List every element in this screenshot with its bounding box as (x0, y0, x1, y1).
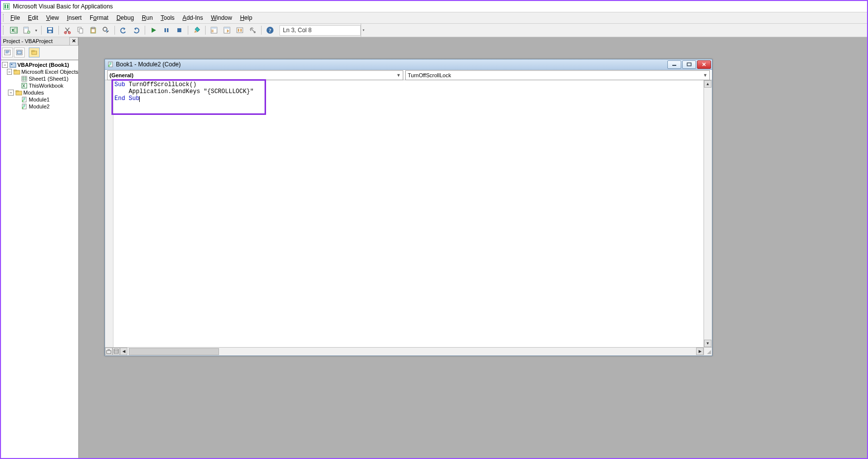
tree-thisworkbook[interactable]: ThisWorkbook (1, 82, 78, 89)
menu-run[interactable]: Run (138, 13, 157, 22)
svg-rect-25 (212, 30, 214, 31)
resize-grip[interactable] (704, 348, 712, 355)
expander-icon[interactable]: − (7, 69, 12, 75)
svg-rect-24 (211, 27, 217, 29)
code-window-footer: ◀ ▶ (105, 347, 712, 356)
svg-rect-6 (24, 27, 28, 29)
tree-modules[interactable]: − Modules (1, 89, 78, 96)
menubar: File Edit View Insert Format Debug Run T… (1, 12, 867, 24)
menu-file[interactable]: File (6, 13, 24, 22)
procedure-view-button[interactable] (105, 348, 112, 355)
code-window-title: Book1 - Module2 (Code) (116, 61, 181, 68)
project-icon (9, 62, 16, 68)
run-button[interactable] (148, 24, 160, 36)
svg-rect-40 (10, 63, 16, 67)
svg-rect-1 (4, 4, 6, 8)
chevron-down-icon: ▼ (703, 73, 707, 78)
paste-button[interactable] (87, 24, 99, 36)
procedure-dropdown-value: TurnOffScrollLock (408, 72, 451, 78)
scroll-up-icon[interactable]: ▲ (704, 80, 711, 88)
menu-format[interactable]: Format (86, 13, 112, 22)
scrollbar-thumb[interactable] (129, 348, 219, 355)
expander-icon[interactable]: − (8, 90, 14, 96)
copy-button[interactable] (74, 24, 86, 36)
tree-root-label: VBAProject (Book1) (17, 62, 69, 68)
menu-insert[interactable]: Insert (63, 13, 86, 22)
module-icon (21, 97, 28, 102)
tree-excel-objects[interactable]: − Microsoft Excel Objects (1, 68, 78, 75)
svg-rect-39 (32, 51, 34, 51)
full-module-view-button[interactable] (112, 348, 120, 355)
code-editor[interactable]: Sub TurnOffScrollLock() Application.Send… (113, 80, 704, 347)
svg-rect-41 (11, 64, 12, 65)
menu-edit[interactable]: Edit (24, 13, 42, 22)
horizontal-scrollbar[interactable]: ◀ ▶ (120, 348, 704, 356)
menu-help[interactable]: Help (236, 13, 256, 22)
svg-rect-45 (22, 83, 27, 88)
view-object-button[interactable] (14, 48, 25, 57)
scroll-down-icon[interactable]: ▼ (704, 340, 711, 347)
svg-rect-9 (48, 28, 52, 30)
save-button[interactable] (44, 24, 56, 36)
app-title: Microsoft Visual Basic for Applications (13, 3, 113, 10)
svg-rect-53 (107, 351, 111, 354)
redo-button[interactable] (130, 24, 142, 36)
reset-button[interactable] (173, 24, 185, 36)
svg-rect-17 (92, 29, 95, 32)
scroll-left-icon[interactable]: ◀ (120, 348, 127, 355)
sheet-icon (21, 76, 28, 82)
object-dropdown-value: (General) (109, 72, 133, 78)
menu-tools[interactable]: Tools (157, 13, 178, 22)
maximize-button[interactable] (682, 60, 696, 69)
scroll-right-icon[interactable]: ▶ (696, 348, 704, 355)
menu-view[interactable]: View (42, 13, 63, 22)
svg-rect-51 (672, 65, 676, 66)
code-margin (105, 80, 113, 347)
project-explorer-button[interactable] (208, 24, 220, 36)
svg-rect-54 (114, 349, 118, 354)
properties-window-button[interactable] (221, 24, 233, 36)
close-button[interactable] (697, 60, 711, 69)
tree-sheet1[interactable]: Sheet1 (Sheet1) (1, 75, 78, 82)
svg-rect-30 (238, 29, 239, 32)
svg-rect-28 (224, 27, 230, 29)
vertical-scrollbar[interactable]: ▲ ▼ (704, 80, 712, 347)
find-button[interactable] (100, 24, 112, 36)
svg-rect-47 (16, 91, 18, 92)
project-panel-title: Project - VBAProject (3, 38, 53, 44)
toggle-folders-button[interactable] (29, 48, 40, 57)
menu-addins[interactable]: Add-Ins (178, 13, 207, 22)
menu-debug[interactable]: Debug (112, 13, 138, 22)
svg-rect-0 (3, 3, 9, 9)
design-mode-button[interactable] (191, 24, 203, 36)
toolbar-overflow[interactable]: ▾ (361, 23, 367, 37)
project-tree[interactable]: − VBAProject (Book1) − Microsoft Excel O… (1, 60, 78, 458)
workbook-icon (21, 83, 28, 89)
code-window-titlebar[interactable]: Book1 - Module2 (Code) (105, 59, 712, 70)
undo-button[interactable] (117, 24, 129, 36)
break-button[interactable] (161, 24, 172, 36)
tree-module1[interactable]: Module1 (1, 96, 78, 103)
insert-module-button[interactable] (21, 24, 33, 36)
module-icon (107, 61, 114, 67)
tree-root[interactable]: − VBAProject (Book1) (1, 61, 78, 68)
toolbox-button[interactable] (247, 24, 259, 36)
svg-rect-2 (7, 4, 8, 8)
menu-window[interactable]: Window (207, 13, 236, 22)
object-dropdown[interactable]: (General) ▼ (107, 70, 403, 80)
folder-icon (15, 90, 22, 96)
insert-module-dropdown[interactable]: ▼ (33, 24, 39, 36)
cut-button[interactable] (61, 24, 73, 36)
expander-icon[interactable]: − (2, 62, 8, 68)
project-panel-close-button[interactable]: ✕ (69, 37, 78, 46)
view-code-button[interactable] (2, 48, 13, 57)
svg-rect-26 (212, 31, 214, 32)
view-excel-button[interactable] (8, 24, 20, 36)
help-button[interactable]: ? (264, 24, 276, 36)
tree-modules-label: Modules (23, 90, 44, 96)
minimize-button[interactable] (667, 60, 681, 69)
svg-rect-21 (177, 28, 181, 32)
tree-module2[interactable]: Module2 (1, 103, 78, 110)
procedure-dropdown[interactable]: TurnOffScrollLock ▼ (405, 70, 710, 80)
object-browser-button[interactable] (234, 24, 246, 36)
